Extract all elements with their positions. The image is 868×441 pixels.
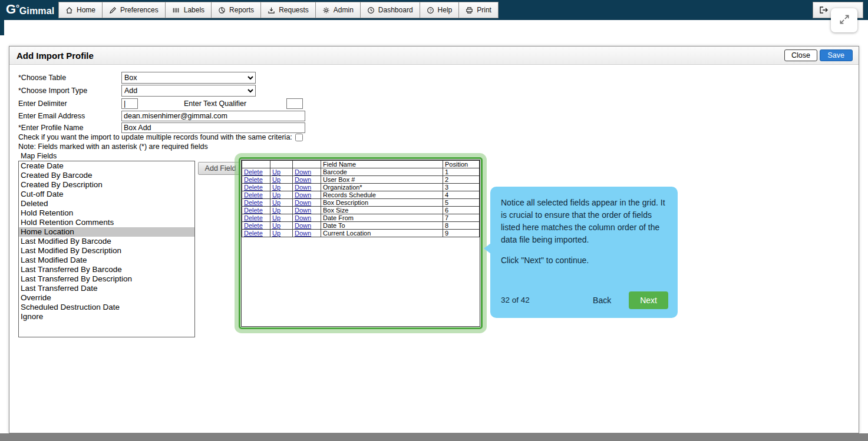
nav-item-help[interactable]: ?Help bbox=[420, 2, 460, 18]
down-link[interactable]: Down bbox=[295, 176, 311, 183]
position-cell: 4 bbox=[443, 191, 480, 199]
delete-link[interactable]: Delete bbox=[244, 184, 263, 191]
save-button[interactable]: Save bbox=[820, 49, 853, 61]
list-item[interactable]: Created By Description bbox=[19, 180, 194, 190]
delete-link[interactable]: Delete bbox=[244, 199, 263, 206]
grid-row: DeleteUpDownBox Description5 bbox=[242, 199, 480, 207]
logout-icon bbox=[819, 6, 829, 14]
nav-menu: HomePreferencesLabelsReportsRequestsAdmi… bbox=[59, 2, 499, 18]
question-icon: ? bbox=[427, 6, 434, 14]
tutorial-tooltip: Notice all selected fields appear in the… bbox=[490, 187, 678, 318]
grid-row: DeleteUpDownRecords Schedule4 bbox=[242, 191, 480, 199]
choose-import-type-select[interactable]: Add bbox=[121, 85, 256, 97]
choose-table-label: *Choose Table bbox=[18, 74, 121, 82]
profile-name-row: *Enter Profile Name bbox=[18, 122, 305, 134]
up-link[interactable]: Up bbox=[272, 191, 280, 198]
grid-row: DeleteUpDownUser Box #2 bbox=[242, 176, 480, 184]
up-link[interactable]: Up bbox=[272, 222, 280, 229]
delete-link[interactable]: Delete bbox=[244, 168, 263, 175]
up-link[interactable]: Up bbox=[272, 176, 280, 183]
nav-item-label: Print bbox=[477, 6, 491, 14]
page-title: Add Import Profile bbox=[16, 51, 94, 61]
delete-link[interactable]: Delete bbox=[244, 176, 263, 183]
app-window: GoGimmal HomePreferencesLabelsReportsReq… bbox=[0, 0, 868, 441]
mapped-fields-grid: Field Name Position DeleteUpDownBarcode1… bbox=[241, 160, 480, 327]
up-link[interactable]: Up bbox=[272, 168, 280, 175]
field-name-cell: Box Size bbox=[321, 207, 443, 214]
grid-row: DeleteUpDownOrganization*3 bbox=[242, 184, 480, 191]
list-item[interactable]: Last Transferred Date bbox=[19, 284, 194, 293]
multi-record-checkbox[interactable] bbox=[295, 134, 303, 141]
grid-header-empty-1 bbox=[242, 161, 270, 168]
up-link[interactable]: Up bbox=[272, 184, 280, 191]
required-fields-note: Note: Fields marked with an asterisk (*)… bbox=[18, 142, 208, 151]
down-link[interactable]: Down bbox=[295, 191, 311, 198]
nav-item-print[interactable]: Print bbox=[458, 2, 499, 18]
list-item[interactable]: Last Transferred By Barcode bbox=[19, 265, 194, 274]
nav-item-labels[interactable]: Labels bbox=[165, 2, 212, 18]
nav-item-reports[interactable]: Reports bbox=[211, 2, 261, 18]
list-item[interactable]: Ignore bbox=[19, 312, 194, 321]
list-item[interactable]: Last Transferred By Description bbox=[19, 274, 194, 284]
list-item[interactable]: Hold Retention bbox=[19, 208, 194, 218]
text-qualifier-input[interactable] bbox=[286, 98, 303, 109]
list-item[interactable]: Last Modified Date bbox=[19, 256, 194, 265]
delete-link[interactable]: Delete bbox=[244, 191, 263, 198]
down-link[interactable]: Down bbox=[295, 222, 311, 229]
delete-link[interactable]: Delete bbox=[244, 230, 263, 237]
back-button[interactable]: Back bbox=[593, 294, 611, 307]
list-item[interactable]: Last Modified By Description bbox=[19, 246, 194, 256]
tooltip-arrow bbox=[484, 243, 491, 254]
delete-link[interactable]: Delete bbox=[244, 222, 263, 229]
map-fields-list[interactable]: Create DateCreated By BarcodeCreated By … bbox=[18, 161, 195, 337]
list-item[interactable]: Cut-off Date bbox=[19, 190, 194, 199]
delimiter-input[interactable] bbox=[121, 98, 138, 109]
down-link[interactable]: Down bbox=[295, 207, 311, 214]
barcode-icon bbox=[172, 6, 180, 14]
nav-item-label: Home bbox=[77, 6, 95, 14]
position-cell: 9 bbox=[443, 230, 480, 237]
delimiter-row: Enter Delimiter Enter Text Qualifier bbox=[18, 98, 303, 110]
choose-import-type-row: *Choose Import Type Add bbox=[18, 85, 256, 97]
field-name-cell: Date From bbox=[321, 214, 443, 222]
fullscreen-button[interactable] bbox=[831, 8, 857, 32]
down-link[interactable]: Down bbox=[295, 168, 311, 175]
position-cell: 5 bbox=[443, 199, 480, 207]
list-item[interactable]: Last Modified By Barcode bbox=[19, 237, 194, 246]
choose-table-select[interactable]: Box bbox=[121, 72, 256, 84]
list-item[interactable]: Deleted bbox=[19, 199, 194, 208]
next-button[interactable]: Next bbox=[629, 291, 668, 309]
down-link[interactable]: Down bbox=[295, 214, 311, 221]
clock-icon bbox=[367, 6, 375, 14]
down-link[interactable]: Down bbox=[295, 184, 311, 191]
profile-name-field[interactable] bbox=[121, 122, 305, 133]
up-link[interactable]: Up bbox=[272, 214, 280, 221]
down-link[interactable]: Down bbox=[295, 230, 311, 237]
nav-item-preferences[interactable]: Preferences bbox=[102, 2, 166, 18]
up-link[interactable]: Up bbox=[272, 207, 280, 214]
nav-item-requests[interactable]: Requests bbox=[260, 2, 316, 18]
grid-row: DeleteUpDownDate From7 bbox=[242, 214, 480, 222]
up-link[interactable]: Up bbox=[272, 230, 280, 237]
list-item[interactable]: Scheduled Destruction Date bbox=[19, 303, 194, 312]
nav-item-label: Admin bbox=[334, 6, 354, 14]
nav-item-admin[interactable]: Admin bbox=[315, 2, 361, 18]
list-item[interactable]: Created By Barcode bbox=[19, 171, 194, 180]
delete-link[interactable]: Delete bbox=[244, 207, 263, 214]
field-name-cell: Current Location bbox=[321, 230, 443, 237]
nav-item-dashboard[interactable]: Dashboard bbox=[360, 2, 420, 18]
bottom-band bbox=[0, 433, 868, 441]
choose-table-row: *Choose Table Box bbox=[18, 72, 256, 84]
email-field[interactable] bbox=[121, 111, 305, 121]
delete-link[interactable]: Delete bbox=[244, 214, 263, 221]
nav-item-home[interactable]: Home bbox=[58, 2, 103, 18]
list-item[interactable]: Create Date bbox=[19, 161, 194, 171]
list-item[interactable]: Override bbox=[19, 293, 194, 303]
grid-row: DeleteUpDownCurrent Location9 bbox=[242, 230, 480, 237]
list-item[interactable]: Hold Retention Comments bbox=[19, 218, 194, 227]
list-item[interactable]: Home Location bbox=[19, 227, 194, 237]
close-button[interactable]: Close bbox=[784, 49, 817, 61]
add-field-button[interactable]: Add Field bbox=[198, 162, 243, 175]
down-link[interactable]: Down bbox=[295, 199, 311, 206]
up-link[interactable]: Up bbox=[272, 199, 280, 206]
